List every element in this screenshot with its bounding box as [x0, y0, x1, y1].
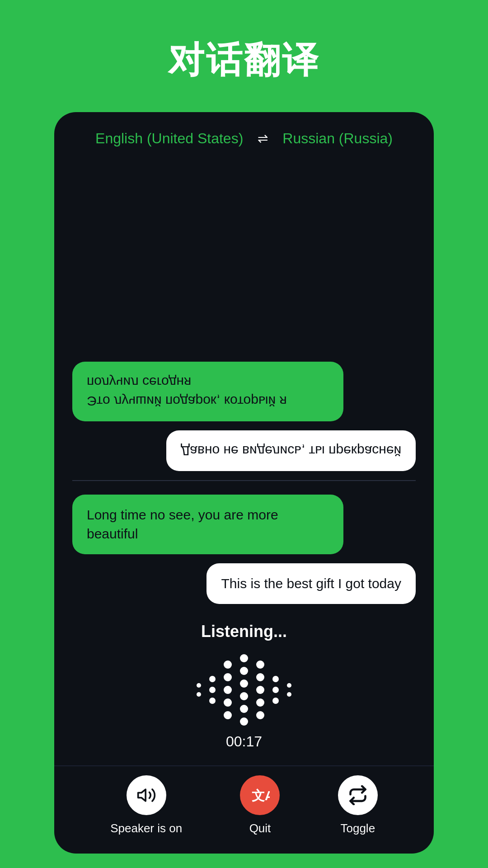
dot — [224, 711, 232, 719]
waveform-col-5 — [256, 660, 264, 719]
waveform-col-6 — [272, 676, 279, 704]
swap-icon[interactable]: ⇌ — [258, 131, 268, 146]
dot — [209, 676, 216, 682]
dot — [197, 692, 201, 697]
dot — [256, 698, 264, 707]
waveform — [197, 654, 291, 726]
dot — [256, 711, 264, 719]
svg-marker-0 — [138, 789, 145, 801]
quit-control: 文A Quit — [240, 775, 280, 835]
upper-conversation: Это лучший подарок, который я получил се… — [54, 160, 434, 480]
phone-card: English (United States) ⇌ Russian (Russi… — [54, 112, 434, 854]
dot — [209, 698, 216, 704]
upper-bubble-1-container: Это лучший подарок, который я получил се… — [72, 362, 416, 421]
upper-bubble-white: Давно не виделись, ты прекрасней — [166, 430, 416, 471]
dot — [224, 686, 232, 694]
listening-section: Listening... — [54, 613, 434, 765]
dot — [256, 660, 264, 669]
dot — [287, 692, 291, 697]
language-header: English (United States) ⇌ Russian (Russi… — [54, 112, 434, 160]
language-right[interactable]: Russian (Russia) — [282, 130, 393, 147]
bottom-controls: Speaker is on 文A Quit Toggle — [54, 765, 434, 854]
waveform-col-4 — [240, 654, 248, 726]
dot — [272, 698, 279, 704]
dot — [240, 717, 248, 726]
lower-conversation: Long time no see, you are more beautiful… — [54, 481, 434, 613]
quit-button[interactable]: 文A — [240, 775, 280, 815]
upper-bubble-2-container: Давно не виделись, ты прекрасней — [72, 430, 416, 471]
speaker-label: Speaker is on — [110, 821, 182, 835]
toggle-label: Toggle — [340, 821, 375, 835]
upper-bubble-green: Это лучший подарок, который я получил се… — [72, 362, 343, 421]
dot — [240, 692, 248, 700]
waveform-col-2 — [209, 676, 216, 704]
toggle-icon — [348, 785, 368, 805]
speaker-control: Speaker is on — [110, 775, 182, 835]
quit-label: Quit — [249, 821, 271, 835]
dot — [240, 667, 248, 675]
speaker-button[interactable] — [127, 775, 166, 815]
app-title: 对话翻译 — [168, 36, 320, 85]
translate-icon: 文A — [250, 785, 270, 805]
waveform-col-1 — [197, 683, 201, 697]
dot — [272, 676, 279, 682]
dot — [256, 673, 264, 681]
lower-bubble-green: Long time no see, you are more beautiful — [72, 495, 343, 554]
dot — [256, 686, 264, 694]
dot — [209, 687, 216, 693]
dot — [287, 683, 291, 688]
dot — [224, 673, 232, 681]
toggle-control: Toggle — [338, 775, 378, 835]
timer: 00:17 — [226, 733, 262, 750]
waveform-col-3 — [224, 660, 232, 719]
waveform-col-7 — [287, 683, 291, 697]
dot — [224, 660, 232, 669]
speaker-icon — [136, 785, 156, 805]
language-left[interactable]: English (United States) — [95, 130, 243, 147]
upper-bubble-white-text: Давно не виделись, ты прекрасней — [181, 441, 401, 460]
lower-bubble-white: This is the best gift I got today — [206, 563, 416, 604]
dot — [272, 687, 279, 693]
svg-text:文A: 文A — [252, 788, 270, 803]
upper-bubble-green-text: Это лучший подарок, который я получил се… — [87, 373, 329, 410]
dot — [240, 705, 248, 713]
dot — [197, 683, 201, 688]
toggle-button[interactable] — [338, 775, 378, 815]
dot — [240, 679, 248, 688]
dot — [240, 654, 248, 662]
listening-label: Listening... — [201, 622, 287, 641]
dot — [224, 698, 232, 707]
